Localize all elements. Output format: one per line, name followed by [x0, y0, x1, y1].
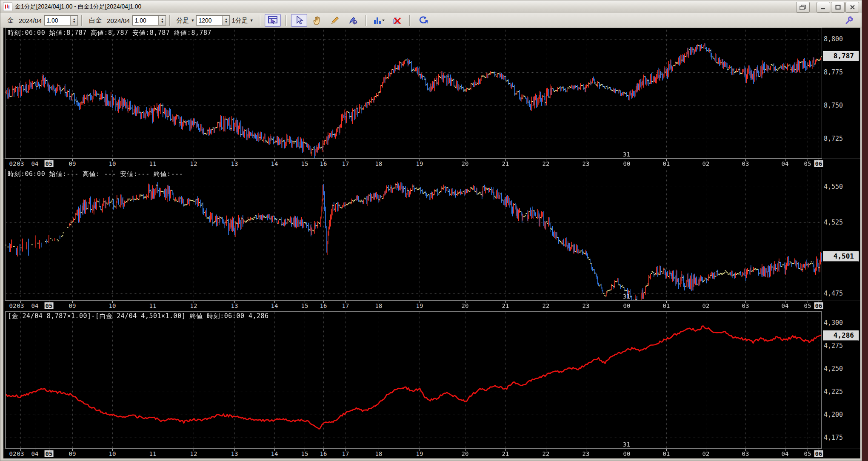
- day-marker: 31: [623, 293, 630, 300]
- title-bar[interactable]: 金1分足[2024/04]1.00 - 白金1分足[2024/04]1.00: [0, 0, 862, 14]
- platinum-multiplier-input[interactable]: [133, 16, 158, 25]
- time-tick-label: 15: [301, 450, 308, 457]
- time-tick-label: 13: [231, 450, 238, 457]
- draw-tool-button[interactable]: [327, 14, 343, 27]
- time-tick-label: 02: [9, 302, 17, 309]
- time-tick-label: 18: [375, 302, 383, 309]
- gold-candle-canvas[interactable]: [5, 28, 822, 159]
- time-tick-label-highlighted: 06: [814, 450, 823, 457]
- price-tick-label: 4,175: [824, 434, 843, 441]
- interval-dropdown[interactable]: 1分足 ▼: [231, 17, 253, 25]
- spread-line-canvas[interactable]: [5, 311, 822, 449]
- price-tick-label: 4,250: [824, 365, 843, 373]
- toolbar-separator: [285, 15, 287, 26]
- spin-down-icon[interactable]: ▼: [73, 20, 76, 23]
- price-tick-label: 4,550: [824, 183, 843, 191]
- toolbar-separator: [81, 15, 83, 26]
- time-tick-label: 11: [149, 160, 157, 167]
- time-tick-label-highlighted: 05: [45, 450, 54, 457]
- spin-down-icon[interactable]: ▼: [161, 20, 164, 23]
- spread-plot-area[interactable]: [金 24/04 8,787×1.00]-[白金 24/04 4,501×1.0…: [5, 311, 822, 449]
- marker-crosshair-icon: [348, 16, 358, 25]
- chart-panel-gold: 時刻:06:00 始値:8,787 高値:8,787 安値:8,787 終値:8…: [3, 28, 860, 168]
- time-tick-label: 23: [582, 450, 590, 457]
- hand-icon: [312, 16, 322, 25]
- price-tick-label: 4,225: [824, 388, 843, 396]
- time-tick-label: 04: [782, 450, 789, 457]
- time-tick-label: 23: [582, 160, 590, 167]
- close-button[interactable]: [845, 2, 859, 13]
- current-price-box: 4,286: [823, 330, 859, 341]
- spin-up-icon[interactable]: ▲: [225, 17, 228, 20]
- marker-tool-button[interactable]: [345, 14, 361, 27]
- price-tick-label: 4,200: [824, 411, 843, 418]
- time-tick-label: 12: [190, 302, 197, 309]
- time-tick-label: 03: [742, 160, 749, 167]
- platinum-symbol-label: 白金: [89, 17, 102, 25]
- time-tick-label: 20: [462, 302, 469, 309]
- time-tick-label: 22: [542, 160, 550, 167]
- gold-multiplier-spinbox: ▲▼: [44, 15, 78, 26]
- delete-indicator-button[interactable]: [389, 14, 405, 27]
- time-tick-label: 02: [9, 450, 17, 457]
- cascade-button[interactable]: [796, 2, 810, 13]
- time-tick-label: 19: [416, 302, 423, 309]
- time-tick-label: 04: [31, 450, 39, 457]
- window-title: 金1分足[2024/04]1.00 - 白金1分足[2024/04]1.00: [15, 3, 141, 11]
- time-tick-label: 14: [271, 302, 278, 309]
- time-tick-label: 21: [502, 160, 509, 167]
- spin-up-icon[interactable]: ▲: [161, 17, 164, 20]
- time-tick-label: 02: [9, 160, 17, 167]
- svg-text:R: R: [425, 20, 428, 24]
- time-tick-label: 00: [623, 302, 631, 309]
- gold-symbol-label: 金: [7, 17, 14, 25]
- platinum-time-axis: 0203040509101112131415161718192021222300…: [3, 301, 860, 310]
- platinum-plot-area[interactable]: 時刻:06:00 始値:--- 高値: --- 安値:--- 終値:--- 31: [5, 169, 822, 301]
- platinum-candle-canvas[interactable]: [5, 169, 822, 301]
- settings-button[interactable]: [843, 15, 856, 26]
- maximize-button[interactable]: [831, 2, 845, 13]
- time-tick-label: 03: [742, 302, 749, 309]
- cursor-arrow-icon: [295, 16, 303, 25]
- time-tick-label-highlighted: 06: [814, 302, 823, 309]
- chevron-down-icon: ▼: [191, 18, 194, 23]
- spread-price-axis: 4,3004,2754,2504,2254,2004,1754,286: [823, 311, 860, 449]
- chart-cursor-tool-button[interactable]: [265, 14, 281, 27]
- time-tick-label: 12: [190, 450, 197, 457]
- time-tick-label: 01: [663, 160, 670, 167]
- platinum-multiplier-spin-arrows[interactable]: ▲▼: [158, 16, 166, 25]
- time-tick-label: 17: [342, 160, 349, 167]
- chart-panel-spread: [金 24/04 8,787×1.00]-[白金 24/04 4,501×1.0…: [3, 311, 860, 458]
- spin-up-icon[interactable]: ▲: [73, 17, 76, 20]
- time-tick-label: 21: [502, 450, 509, 457]
- select-tool-button[interactable]: [291, 14, 307, 27]
- interval-label: 1分足: [231, 17, 248, 25]
- price-tick-label: 4,525: [824, 219, 843, 226]
- bar-type-dropdown[interactable]: 分足 ▼: [176, 17, 194, 25]
- time-tick-label: 11: [149, 302, 157, 309]
- toolbar-separator: [365, 15, 367, 26]
- pencil-icon: [330, 16, 340, 25]
- time-tick-label: 16: [320, 302, 327, 309]
- spin-down-icon[interactable]: ▼: [225, 20, 228, 23]
- candlestick-app-icon: [3, 3, 12, 11]
- gold-multiplier-input[interactable]: [45, 16, 70, 25]
- platinum-month-label: 2024/04: [107, 17, 130, 24]
- minimize-button[interactable]: [817, 2, 830, 13]
- reset-refresh-button[interactable]: R: [415, 14, 431, 27]
- time-tick-label: 00: [623, 160, 631, 167]
- delete-chart-icon: [392, 16, 402, 25]
- time-tick-label: 16: [320, 160, 327, 167]
- chart-type-button[interactable]: [371, 14, 387, 27]
- time-tick-label: 20: [462, 160, 469, 167]
- time-tick-label-highlighted: 06: [814, 160, 823, 167]
- gold-multiplier-spin-arrows[interactable]: ▲▼: [70, 16, 77, 25]
- day-marker: 31: [623, 441, 630, 448]
- gold-plot-area[interactable]: 時刻:06:00 始値:8,787 高値:8,787 安値:8,787 終値:8…: [5, 28, 822, 159]
- bar-count-input[interactable]: [197, 16, 222, 25]
- time-tick-label: 22: [542, 302, 550, 309]
- bar-count-spin-arrows[interactable]: ▲▼: [222, 16, 229, 25]
- gold-status-line: 時刻:06:00 始値:8,787 高値:8,787 安値:8,787 終値:8…: [8, 29, 211, 37]
- pan-tool-button[interactable]: [309, 14, 325, 27]
- time-tick-label: 14: [271, 160, 278, 167]
